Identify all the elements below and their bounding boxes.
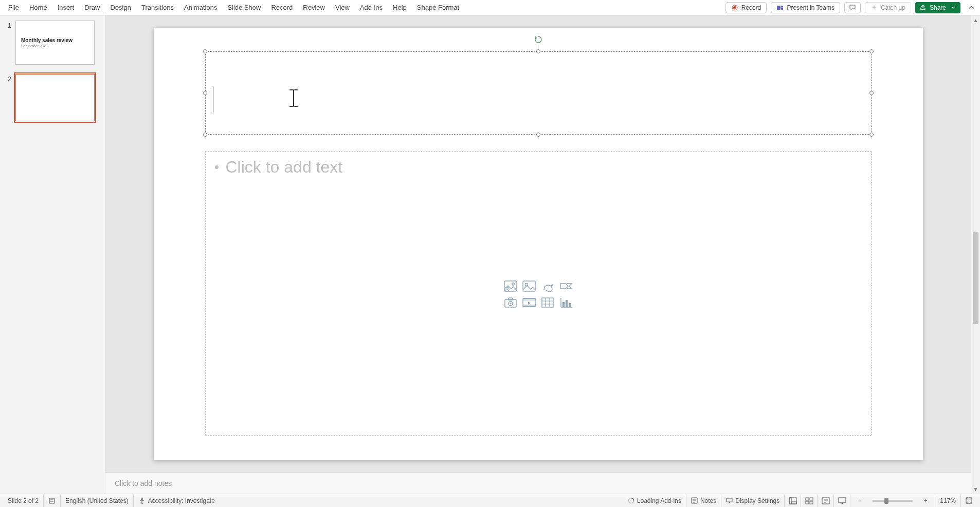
svg-rect-29 xyxy=(791,502,796,504)
accessibility-icon xyxy=(138,497,146,504)
comments-button[interactable] xyxy=(844,2,861,13)
resize-handle-br[interactable] xyxy=(869,133,874,137)
menu-slideshow[interactable]: Slide Show xyxy=(222,0,266,15)
insert-icons-icon[interactable] xyxy=(539,279,556,293)
svg-rect-27 xyxy=(789,498,796,504)
menu-animations[interactable]: Animations xyxy=(179,0,222,15)
menu-help[interactable]: Help xyxy=(388,0,412,15)
svg-rect-16 xyxy=(523,298,535,300)
insert-video-icon[interactable] xyxy=(521,295,537,310)
slide-canvas-area[interactable]: Click to add text xyxy=(105,15,971,472)
loading-spinner-icon xyxy=(628,497,634,504)
record-button-label: Record xyxy=(741,4,761,11)
thumbnail-row: 2 xyxy=(3,74,100,121)
menu-items: File Home Insert Draw Design Transitions… xyxy=(3,0,464,15)
svg-rect-26 xyxy=(727,498,732,502)
thumbnail-title: Monthly sales review xyxy=(21,37,89,43)
scroll-track[interactable] xyxy=(971,25,980,484)
svg-point-14 xyxy=(510,303,511,304)
menu-design[interactable]: Design xyxy=(105,0,136,15)
menu-home[interactable]: Home xyxy=(24,0,52,15)
svg-rect-8 xyxy=(523,281,535,291)
display-icon xyxy=(726,497,733,504)
thumbnail-number: 1 xyxy=(3,22,11,65)
scroll-down-icon[interactable]: ▼ xyxy=(973,484,978,494)
status-language[interactable]: English (United States) xyxy=(60,494,133,507)
menu-transitions[interactable]: Transitions xyxy=(136,0,179,15)
sparkle-icon xyxy=(870,4,878,11)
menu-shape-format[interactable]: Shape Format xyxy=(412,0,464,15)
resize-handle-mr[interactable] xyxy=(869,91,874,95)
scroll-thumb[interactable] xyxy=(973,232,978,324)
present-teams-button[interactable]: Present in Teams xyxy=(771,2,840,13)
vertical-scrollbar[interactable]: ▲ ▼ xyxy=(971,15,980,494)
view-normal-button[interactable] xyxy=(784,494,801,507)
menu-review[interactable]: Review xyxy=(298,0,330,15)
catch-up-button[interactable]: Catch up xyxy=(865,2,911,13)
slide-thumbnail-panel[interactable]: 1 Monthly sales review September 2023 2 xyxy=(0,15,105,494)
content-prompt-text: Click to add text xyxy=(226,158,343,177)
view-sorter-button[interactable] xyxy=(801,494,817,507)
menu-record[interactable]: Record xyxy=(266,0,298,15)
resize-handle-tm[interactable] xyxy=(536,49,540,53)
zoom-slider-knob[interactable] xyxy=(884,498,888,504)
menu-file[interactable]: File xyxy=(3,0,24,15)
view-slideshow-button[interactable] xyxy=(833,494,850,507)
svg-point-9 xyxy=(525,283,528,286)
canvas-column: Click to add text xyxy=(105,15,971,494)
status-slide-info[interactable]: Slide 2 of 2 xyxy=(3,494,43,507)
svg-rect-20 xyxy=(566,300,568,307)
status-spellcheck[interactable] xyxy=(43,494,60,507)
rotate-handle[interactable] xyxy=(533,34,543,45)
resize-handle-tl[interactable] xyxy=(203,49,207,53)
work-area: 1 Monthly sales review September 2023 2 xyxy=(0,15,980,494)
slide-canvas[interactable]: Click to add text xyxy=(154,28,923,460)
zoom-slider[interactable] xyxy=(872,500,913,502)
ribbon-toggle-button[interactable] xyxy=(968,4,975,11)
notes-pane[interactable]: Click to add notes xyxy=(105,472,971,494)
status-loading-label: Loading Add-ins xyxy=(637,497,681,504)
resize-handle-bm[interactable] xyxy=(536,133,540,137)
menu-bar: File Home Insert Draw Design Transitions… xyxy=(0,0,980,15)
status-accessibility[interactable]: Accessibility: Investigate xyxy=(133,494,220,507)
catch-up-label: Catch up xyxy=(881,4,905,11)
status-accessibility-label: Accessibility: Investigate xyxy=(148,497,215,504)
zoom-in-button[interactable]: + xyxy=(916,494,935,507)
status-notes-button[interactable]: Notes xyxy=(686,494,721,507)
view-reading-button[interactable] xyxy=(817,494,833,507)
insert-stock-images-icon[interactable] xyxy=(502,279,519,293)
notes-icon xyxy=(691,497,698,504)
fit-window-icon xyxy=(966,497,972,504)
insert-smartart-icon[interactable] xyxy=(558,279,574,293)
menu-addins[interactable]: Add-ins xyxy=(355,0,388,15)
slide-thumbnail-1[interactable]: Monthly sales review September 2023 xyxy=(15,21,95,65)
title-placeholder[interactable] xyxy=(205,51,872,135)
zoom-out-button[interactable]: − xyxy=(850,494,869,507)
insert-pictures-icon[interactable] xyxy=(521,279,537,293)
status-notes-label: Notes xyxy=(700,497,716,504)
resize-handle-bl[interactable] xyxy=(203,133,207,137)
share-button[interactable]: Share xyxy=(915,2,960,13)
svg-rect-12 xyxy=(509,298,513,300)
menu-draw[interactable]: Draw xyxy=(79,0,105,15)
content-placeholder[interactable]: Click to add text xyxy=(205,151,872,436)
bullet-icon xyxy=(215,165,219,169)
resize-handle-ml[interactable] xyxy=(203,91,207,95)
svg-rect-31 xyxy=(810,498,813,500)
slide-thumbnail-2[interactable] xyxy=(15,74,95,121)
menu-view[interactable]: View xyxy=(330,0,355,15)
zoom-percent[interactable]: 117% xyxy=(935,494,960,507)
fit-to-window-button[interactable] xyxy=(960,494,977,507)
insert-table-icon[interactable] xyxy=(539,295,556,310)
record-dot-icon xyxy=(731,4,738,11)
comment-icon xyxy=(849,4,856,11)
insert-chart-icon[interactable] xyxy=(558,295,574,310)
svg-rect-30 xyxy=(806,498,809,500)
resize-handle-tr[interactable] xyxy=(869,49,874,53)
insert-cameo-icon[interactable] xyxy=(502,295,519,310)
record-button[interactable]: Record xyxy=(725,2,767,13)
menu-insert[interactable]: Insert xyxy=(52,0,80,15)
svg-rect-2 xyxy=(777,6,781,10)
scroll-up-icon[interactable]: ▲ xyxy=(973,15,978,25)
status-display-settings[interactable]: Display Settings xyxy=(721,494,784,507)
